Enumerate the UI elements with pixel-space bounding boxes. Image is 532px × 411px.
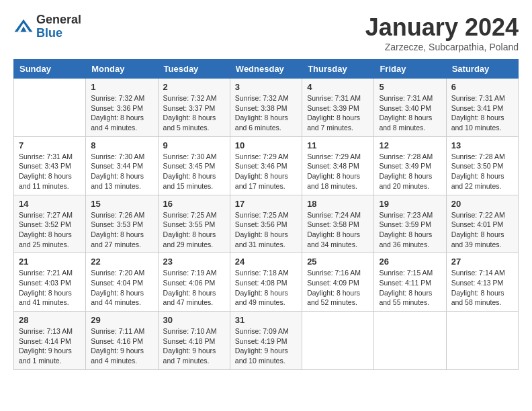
calendar-cell: 1Sunrise: 7:32 AMSunset: 3:36 PMDaylight…: [86, 79, 158, 137]
header-tuesday: Tuesday: [158, 60, 230, 79]
day-number: 4: [307, 82, 369, 92]
day-number: 22: [91, 257, 152, 267]
day-info: Sunrise: 7:21 AMSunset: 4:03 PMDaylight:…: [19, 268, 81, 308]
calendar-cell: 20Sunrise: 7:22 AMSunset: 4:01 PMDayligh…: [446, 195, 518, 253]
day-info: Sunrise: 7:16 AMSunset: 4:09 PMDaylight:…: [307, 268, 369, 308]
day-info: Sunrise: 7:29 AMSunset: 3:46 PMDaylight:…: [235, 152, 297, 191]
calendar-cell: 22Sunrise: 7:20 AMSunset: 4:04 PMDayligh…: [86, 253, 158, 312]
day-number: 8: [91, 140, 152, 150]
day-number: 5: [379, 82, 441, 92]
day-info: Sunrise: 7:32 AMSunset: 3:38 PMDaylight:…: [235, 93, 297, 133]
calendar-week-2: 14Sunrise: 7:27 AMSunset: 3:52 PMDayligh…: [14, 195, 519, 253]
calendar-cell: 17Sunrise: 7:25 AMSunset: 3:56 PMDayligh…: [230, 195, 302, 253]
day-number: 18: [307, 199, 369, 209]
day-number: 16: [163, 199, 225, 209]
day-number: 29: [91, 315, 152, 325]
day-info: Sunrise: 7:29 AMSunset: 3:48 PMDaylight:…: [307, 152, 369, 191]
calendar-cell: [446, 312, 518, 370]
day-info: Sunrise: 7:19 AMSunset: 4:06 PMDaylight:…: [163, 268, 225, 308]
calendar-cell: [14, 79, 86, 137]
day-info: Sunrise: 7:26 AMSunset: 3:53 PMDaylight:…: [91, 210, 152, 250]
calendar-cell: 14Sunrise: 7:27 AMSunset: 3:52 PMDayligh…: [14, 195, 86, 253]
day-number: 15: [91, 199, 152, 209]
calendar-cell: 4Sunrise: 7:31 AMSunset: 3:39 PMDaylight…: [302, 79, 374, 137]
day-number: 19: [379, 199, 441, 209]
calendar-cell: 19Sunrise: 7:23 AMSunset: 3:59 PMDayligh…: [374, 195, 446, 253]
day-number: 25: [307, 257, 369, 267]
day-number: 7: [19, 140, 81, 150]
day-number: 28: [19, 315, 81, 325]
day-info: Sunrise: 7:14 AMSunset: 4:13 PMDaylight:…: [451, 268, 513, 308]
calendar-cell: [374, 312, 446, 370]
header-thursday: Thursday: [302, 60, 374, 79]
calendar-cell: 6Sunrise: 7:31 AMSunset: 3:41 PMDaylight…: [446, 79, 518, 137]
header-row: SundayMondayTuesdayWednesdayThursdayFrid…: [14, 60, 519, 79]
day-number: 3: [235, 82, 297, 92]
day-number: 11: [307, 140, 369, 150]
calendar-cell: 30Sunrise: 7:10 AMSunset: 4:18 PMDayligh…: [158, 312, 230, 370]
calendar-cell: 9Sunrise: 7:30 AMSunset: 3:45 PMDaylight…: [158, 136, 230, 195]
calendar-cell: 23Sunrise: 7:19 AMSunset: 4:06 PMDayligh…: [158, 253, 230, 312]
day-number: 9: [163, 140, 225, 150]
day-info: Sunrise: 7:28 AMSunset: 3:50 PMDaylight:…: [451, 152, 513, 191]
day-number: 20: [451, 199, 513, 209]
day-number: 12: [379, 140, 441, 150]
day-info: Sunrise: 7:24 AMSunset: 3:58 PMDaylight:…: [307, 210, 369, 250]
calendar-cell: 27Sunrise: 7:14 AMSunset: 4:13 PMDayligh…: [446, 253, 518, 312]
day-number: 21: [19, 257, 81, 267]
day-info: Sunrise: 7:25 AMSunset: 3:56 PMDaylight:…: [235, 210, 297, 250]
day-info: Sunrise: 7:28 AMSunset: 3:49 PMDaylight:…: [379, 152, 441, 191]
day-number: 17: [235, 199, 297, 209]
day-number: 6: [451, 82, 513, 92]
logo-icon: [13, 17, 34, 37]
day-info: Sunrise: 7:30 AMSunset: 3:45 PMDaylight:…: [163, 152, 225, 191]
day-number: 27: [451, 257, 513, 267]
day-info: Sunrise: 7:09 AMSunset: 4:19 PMDaylight:…: [235, 326, 297, 366]
calendar-cell: 2Sunrise: 7:32 AMSunset: 3:37 PMDaylight…: [158, 79, 230, 137]
day-number: 14: [19, 199, 81, 209]
calendar-table: SundayMondayTuesdayWednesdayThursdayFrid…: [13, 59, 519, 370]
calendar-cell: 7Sunrise: 7:31 AMSunset: 3:43 PMDaylight…: [14, 136, 86, 195]
day-number: 26: [379, 257, 441, 267]
day-info: Sunrise: 7:31 AMSunset: 3:43 PMDaylight:…: [19, 152, 81, 191]
day-info: Sunrise: 7:32 AMSunset: 3:37 PMDaylight:…: [163, 93, 225, 133]
day-number: 23: [163, 257, 225, 267]
header-wednesday: Wednesday: [230, 60, 302, 79]
day-info: Sunrise: 7:30 AMSunset: 3:44 PMDaylight:…: [91, 152, 152, 191]
logo-general-text: General: [36, 13, 81, 27]
calendar-cell: 18Sunrise: 7:24 AMSunset: 3:58 PMDayligh…: [302, 195, 374, 253]
calendar-cell: 13Sunrise: 7:28 AMSunset: 3:50 PMDayligh…: [446, 136, 518, 195]
calendar-cell: 15Sunrise: 7:26 AMSunset: 3:53 PMDayligh…: [86, 195, 158, 253]
calendar-week-0: 1Sunrise: 7:32 AMSunset: 3:36 PMDaylight…: [14, 79, 519, 137]
day-info: Sunrise: 7:31 AMSunset: 3:41 PMDaylight:…: [451, 93, 513, 133]
calendar-week-4: 28Sunrise: 7:13 AMSunset: 4:14 PMDayligh…: [14, 312, 519, 370]
day-info: Sunrise: 7:10 AMSunset: 4:18 PMDaylight:…: [163, 326, 225, 366]
day-info: Sunrise: 7:32 AMSunset: 3:36 PMDaylight:…: [91, 93, 152, 133]
logo-text: General Blue: [36, 13, 81, 40]
day-info: Sunrise: 7:11 AMSunset: 4:16 PMDaylight:…: [91, 326, 152, 366]
header-sunday: Sunday: [14, 60, 86, 79]
calendar-body: 1Sunrise: 7:32 AMSunset: 3:36 PMDaylight…: [14, 79, 519, 370]
logo-blue-text: Blue: [36, 27, 81, 40]
day-info: Sunrise: 7:31 AMSunset: 3:39 PMDaylight:…: [307, 93, 369, 133]
calendar-cell: 10Sunrise: 7:29 AMSunset: 3:46 PMDayligh…: [230, 136, 302, 195]
calendar-week-1: 7Sunrise: 7:31 AMSunset: 3:43 PMDaylight…: [14, 136, 519, 195]
calendar-cell: 29Sunrise: 7:11 AMSunset: 4:16 PMDayligh…: [86, 312, 158, 370]
header-saturday: Saturday: [446, 60, 518, 79]
day-info: Sunrise: 7:18 AMSunset: 4:08 PMDaylight:…: [235, 268, 297, 308]
calendar-cell: 11Sunrise: 7:29 AMSunset: 3:48 PMDayligh…: [302, 136, 374, 195]
day-info: Sunrise: 7:31 AMSunset: 3:40 PMDaylight:…: [379, 93, 441, 133]
day-info: Sunrise: 7:22 AMSunset: 4:01 PMDaylight:…: [451, 210, 513, 250]
day-number: 31: [235, 315, 297, 325]
day-number: 2: [163, 82, 225, 92]
day-info: Sunrise: 7:20 AMSunset: 4:04 PMDaylight:…: [91, 268, 152, 308]
day-number: 13: [451, 140, 513, 150]
day-info: Sunrise: 7:25 AMSunset: 3:55 PMDaylight:…: [163, 210, 225, 250]
day-info: Sunrise: 7:15 AMSunset: 4:11 PMDaylight:…: [379, 268, 441, 308]
header-friday: Friday: [374, 60, 446, 79]
calendar-cell: 16Sunrise: 7:25 AMSunset: 3:55 PMDayligh…: [158, 195, 230, 253]
day-number: 10: [235, 140, 297, 150]
calendar-cell: 26Sunrise: 7:15 AMSunset: 4:11 PMDayligh…: [374, 253, 446, 312]
calendar-cell: 21Sunrise: 7:21 AMSunset: 4:03 PMDayligh…: [14, 253, 86, 312]
calendar-cell: 28Sunrise: 7:13 AMSunset: 4:14 PMDayligh…: [14, 312, 86, 370]
